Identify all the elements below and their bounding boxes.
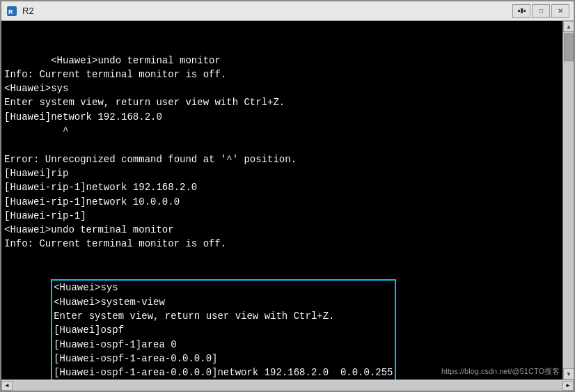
window-controls: □ ✕: [512, 4, 569, 18]
minimize-button[interactable]: [512, 4, 530, 18]
svg-rect-3: [521, 8, 523, 13]
scroll-right-arrow[interactable]: ►: [562, 381, 574, 391]
scrollbar-track[interactable]: [563, 32, 574, 368]
window-icon: R: [6, 5, 18, 17]
bottom-bar: ◄ ►: [1, 379, 574, 391]
terminal-scroll[interactable]: <Huawei>undo terminal monitor Info: Curr…: [1, 21, 562, 379]
vertical-scrollbar[interactable]: ▲ ▼: [562, 21, 574, 379]
scroll-left-arrow[interactable]: ◄: [1, 381, 13, 391]
close-button[interactable]: ✕: [551, 4, 569, 18]
window-title: R2: [22, 6, 512, 16]
scroll-up-arrow[interactable]: ▲: [563, 21, 574, 32]
scrollbar-thumb[interactable]: [564, 33, 574, 61]
watermark: https://blog.csdn.net/@51CTO搜客: [441, 366, 560, 377]
main-window: R R2 □ ✕ <Huawei>un: [0, 0, 575, 392]
terminal-container: <Huawei>undo terminal monitor Info: Curr…: [1, 21, 574, 379]
maximize-button[interactable]: □: [532, 4, 550, 18]
svg-rect-4: [523, 10, 526, 12]
scroll-down-arrow[interactable]: ▼: [563, 368, 574, 379]
title-bar: R R2 □ ✕: [1, 1, 574, 21]
terminal-output: <Huawei>undo terminal monitor Info: Curr…: [4, 25, 560, 379]
svg-text:R: R: [8, 8, 13, 15]
svg-rect-2: [518, 10, 520, 12]
horizontal-scrollbar-track[interactable]: [13, 381, 562, 391]
